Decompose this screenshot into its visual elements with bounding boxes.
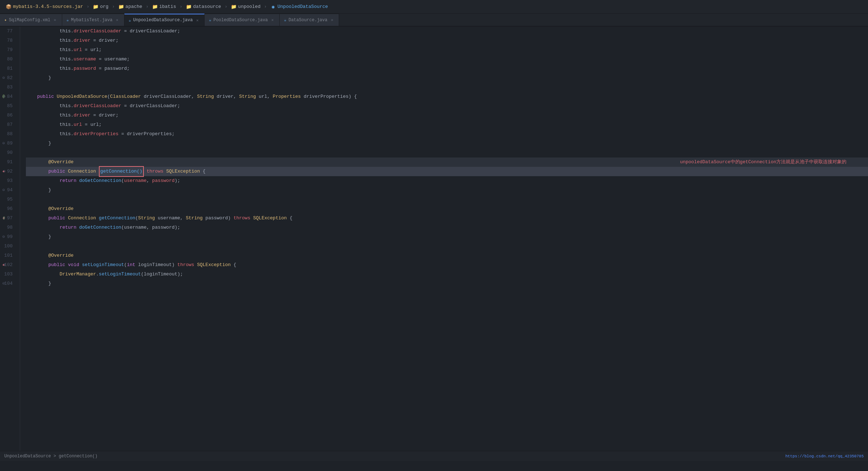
ln-104: ⊖ 104 xyxy=(0,279,15,288)
code-line-93: return doGetConnection(username, passwor… xyxy=(26,176,868,186)
ln-88: 88 xyxy=(0,129,15,139)
ln-90: 90 xyxy=(0,148,15,157)
breadcrumb-jar[interactable]: 📦 mybatis-3.4.5-sources.jar xyxy=(4,3,85,10)
code-line-87: this.url = url; xyxy=(26,120,868,129)
ln-102: ● 102 ⊖ xyxy=(0,260,15,270)
ln-89: ⊖ 89 xyxy=(0,139,15,148)
code-line-91: @Override unpooledDataSource中的getConnect… xyxy=(26,157,868,167)
code-line-99: } xyxy=(26,232,868,242)
tab-datasource[interactable]: ☕ DataSource.java ✕ xyxy=(280,14,339,26)
ln-91: 91 xyxy=(0,157,15,167)
fold-icon-89: ⊖ xyxy=(1,139,6,148)
code-line-86: this.driver = driver; xyxy=(26,111,868,120)
ln-94: ⊖ 94 xyxy=(0,186,15,195)
breadcrumb-bar: 📦 mybatis-3.4.5-sources.jar › 📁 org › 📁 … xyxy=(0,0,868,14)
tab-icon-sqlmapconfig: ✦ xyxy=(4,18,7,22)
code-line-78: this.driver = driver; xyxy=(26,36,868,45)
ln-79: 79 xyxy=(0,45,15,55)
breadcrumb-org[interactable]: 📁 org xyxy=(91,3,110,10)
ln-97: ● 97 @ ⊖ xyxy=(0,214,15,223)
fold-icon-97: ⊖ xyxy=(1,214,7,223)
code-line-77: this.driverClassLoader = driverClassLoad… xyxy=(26,27,868,36)
tab-bar: ✦ SqlMapConfig.xml ✕ ☕ MybatisTest.java … xyxy=(0,14,868,27)
ln-103: 103 xyxy=(0,270,15,279)
box-highlight-getConnection: getConnection() xyxy=(99,166,144,177)
tab-unpooled[interactable]: ☕ UnpooledDataSource.java ✕ xyxy=(124,14,205,26)
code-line-88: this.driverProperties = driverProperties… xyxy=(26,129,868,139)
code-line-81: this.password = password; xyxy=(26,64,868,73)
folder-icon-ibatis: 📁 xyxy=(152,4,158,10)
breadcrumb-datasource[interactable]: 📁 datasource xyxy=(184,3,223,10)
ln-86: 86 xyxy=(0,111,15,120)
code-line-98: return doGetConnection(username, passwor… xyxy=(26,223,868,232)
annotation-tooltip: unpooledDataSource中的getConnection方法就是从池子… xyxy=(680,157,846,167)
jar-icon: 📦 xyxy=(6,4,12,10)
ln-78: 78 xyxy=(0,36,15,45)
code-line-80: this.username = username; xyxy=(26,55,868,64)
fold-icon-94: ⊖ xyxy=(1,186,6,195)
ln-84: @ 84 ⊖ xyxy=(0,92,15,101)
ln-87: 87 xyxy=(0,120,15,129)
code-line-82: } xyxy=(26,73,868,83)
tab-icon-mybatistest: ☕ xyxy=(67,18,69,22)
ln-93: 93 xyxy=(0,176,15,186)
code-area: 77 78 79 80 81 ⊖ 82 83 @ 84 ⊖ 85 86 87 8… xyxy=(0,27,868,451)
code-content: this.driverClassLoader = driverClassLoad… xyxy=(20,27,868,451)
tab-sqlmapconfig[interactable]: ✦ SqlMapConfig.xml ✕ xyxy=(0,14,62,26)
code-line-103: DriverManager.setLoginTimeout(loginTimeo… xyxy=(26,270,868,279)
ln-100: 100 xyxy=(0,242,15,251)
tab-icon-unpooled: ☕ xyxy=(129,18,131,23)
status-link[interactable]: https://blog.csdn.net/qq_42350785 xyxy=(785,454,864,458)
folder-icon-unpooled: 📁 xyxy=(231,4,237,10)
code-line-92: public Connection getConnection() throws… xyxy=(26,167,868,176)
breadcrumb-apache[interactable]: 📁 apache xyxy=(116,3,145,10)
folder-icon-datasource: 📁 xyxy=(186,4,192,10)
ln-99: ⊖ 99 xyxy=(0,232,15,242)
code-line-89: } xyxy=(26,139,868,148)
code-line-85: this.driverClassLoader = driverClassLoad… xyxy=(26,101,868,111)
code-line-100 xyxy=(26,242,868,251)
fold-icon-84: ⊖ xyxy=(1,92,7,101)
tab-icon-pooled: ☕ xyxy=(209,18,211,22)
ln-85: 85 xyxy=(0,101,15,111)
ln-77: 77 xyxy=(0,27,15,36)
folder-icon-org: 📁 xyxy=(93,4,99,10)
code-line-90 xyxy=(26,148,868,157)
code-line-94: } xyxy=(26,186,868,195)
ln-92: ● 92 ⊖ xyxy=(0,167,15,176)
code-line-95 xyxy=(26,195,868,204)
ln-98: 98 xyxy=(0,223,15,232)
breadcrumb-unpooled[interactable]: 📁 unpooled xyxy=(229,3,262,10)
tab-pooled[interactable]: ☕ PooledDataSource.java ✕ xyxy=(205,14,280,26)
tab-icon-datasource: ☕ xyxy=(284,18,287,22)
code-line-101: @Override xyxy=(26,251,868,260)
code-line-97: public Connection getConnection(String u… xyxy=(26,214,868,223)
code-editor: 77 78 79 80 81 ⊖ 82 83 @ 84 ⊖ 85 86 87 8… xyxy=(0,27,868,451)
breadcrumb-class[interactable]: ◉ UnpooledDataSource xyxy=(268,3,330,10)
fold-icon-99: ⊖ xyxy=(1,232,6,242)
tab-close-mybatistest[interactable]: ✕ xyxy=(115,18,120,23)
line-numbers: 77 78 79 80 81 ⊖ 82 83 @ 84 ⊖ 85 86 87 8… xyxy=(0,27,20,451)
code-line-102: public void setLoginTimeout(int loginTim… xyxy=(26,260,868,270)
fold-icon-92: ⊖ xyxy=(1,167,7,176)
ln-95: 95 xyxy=(0,195,15,204)
ln-101: 101 xyxy=(0,251,15,260)
breadcrumb-ibatis[interactable]: 📁 ibatis xyxy=(150,3,178,10)
folder-icon-apache: 📁 xyxy=(118,4,124,10)
code-line-84: public UnpooledDataSource(ClassLoader dr… xyxy=(26,92,868,101)
tab-close-datasource[interactable]: ✕ xyxy=(329,18,334,23)
tab-close-pooled[interactable]: ✕ xyxy=(270,18,275,23)
code-line-83 xyxy=(26,83,868,92)
fold-icon-104: ⊖ xyxy=(1,279,6,288)
ln-81: 81 xyxy=(0,64,15,73)
tab-close-unpooled[interactable]: ✕ xyxy=(195,18,200,23)
tab-close-sqlmapconfig[interactable]: ✕ xyxy=(52,18,58,23)
class-icon: ◉ xyxy=(270,4,276,10)
code-line-104: } xyxy=(26,279,868,288)
code-line-79: this.url = url; xyxy=(26,45,868,55)
ln-80: 80 xyxy=(0,55,15,64)
tab-mybatistest[interactable]: ☕ MybatisTest.java ✕ xyxy=(62,14,124,26)
status-breadcrumb: UnpooledDataSource > getConnection() xyxy=(4,454,97,459)
ln-96: 96 xyxy=(0,204,15,214)
code-line-96: @Override xyxy=(26,204,868,214)
